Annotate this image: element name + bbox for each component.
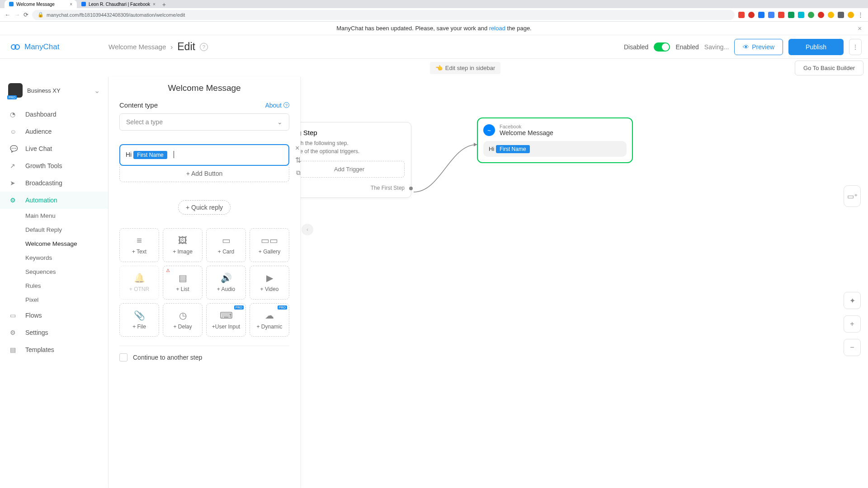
bubble-text: Hi xyxy=(489,145,496,152)
brand[interactable]: ManyChat xyxy=(0,42,108,52)
nav-settings[interactable]: ⚙Settings xyxy=(0,324,108,341)
variable-chip: First Name xyxy=(496,145,530,153)
extension-icon[interactable] xyxy=(818,12,824,18)
subnav-sequences[interactable]: Sequences xyxy=(25,265,108,279)
warning-icon: ⚠ xyxy=(166,268,170,273)
nav-label: Settings xyxy=(25,329,48,336)
publish-button[interactable]: Publish xyxy=(788,39,844,55)
message-text-input[interactable]: Hi First Name xyxy=(119,144,289,166)
add-button-button[interactable]: + Add Button ⧉ xyxy=(119,165,289,182)
tab-title: Welcome Message xyxy=(16,2,55,7)
extension-icon[interactable] xyxy=(758,12,764,18)
subnav-pixel[interactable]: Pixel xyxy=(25,293,108,307)
close-icon[interactable]: × xyxy=(858,24,862,32)
account-switcher[interactable]: Business XY ⌄ xyxy=(0,80,108,106)
content-type-select[interactable]: Select a type ⌄ xyxy=(119,113,289,131)
address-bar[interactable]: 🔒 manychat.com/fb181039443240830­9/autom… xyxy=(32,10,735,20)
favicon xyxy=(9,2,14,6)
chevron-down-icon: ⌄ xyxy=(94,86,100,95)
subnav-welcome-message[interactable]: Welcome Message xyxy=(25,237,108,251)
add-userinput-block[interactable]: PRO⌨+User Input xyxy=(206,303,246,337)
extension-icon[interactable] xyxy=(778,12,784,18)
welcome-message-node[interactable]: ~ Facebook Welcome Message Hi First Name xyxy=(477,117,633,163)
add-delay-block[interactable]: ◷+ Delay xyxy=(163,303,203,337)
continue-checkbox-row[interactable]: Continue to another step xyxy=(119,353,289,361)
add-gallery-block[interactable]: ▭▭+ Gallery xyxy=(250,228,289,262)
back-icon[interactable]: ← xyxy=(5,11,10,18)
canvas-tools: ▭⁺ ✦ + − xyxy=(844,185,861,356)
reload-link[interactable]: reload xyxy=(489,25,505,32)
extension-icon[interactable] xyxy=(788,12,794,18)
duplicate-icon[interactable]: ⧉ xyxy=(296,169,301,177)
add-step-button[interactable]: ▭⁺ xyxy=(844,185,861,207)
node-subtitle: Facebook xyxy=(500,124,553,129)
nav-templates[interactable]: ▤Templates xyxy=(0,341,108,358)
extension-icon[interactable] xyxy=(768,12,774,18)
variable-chip[interactable]: First Name xyxy=(133,151,167,159)
nav-broadcasting[interactable]: ➤Broadcasting xyxy=(0,174,108,192)
nav-livechat[interactable]: 💬Live Chat xyxy=(0,140,108,157)
add-image-block[interactable]: 🖼+ Image xyxy=(163,228,203,262)
add-audio-block[interactable]: 🔊+ Audio xyxy=(206,266,246,300)
brand-name: ManyChat xyxy=(24,42,59,52)
add-list-block[interactable]: ⚠▤+ List xyxy=(163,266,203,300)
magic-tool-button[interactable]: ✦ xyxy=(844,292,861,309)
add-file-block[interactable]: 📎+ File xyxy=(119,303,159,337)
breadcrumb-parent[interactable]: Welcome Message xyxy=(108,43,166,51)
nav-audience[interactable]: ☺Audience xyxy=(0,123,108,140)
extension-icon[interactable] xyxy=(738,12,745,18)
go-basic-builder-button[interactable]: Go To Basic Builder xyxy=(795,61,863,75)
extension-icon[interactable] xyxy=(828,12,834,18)
block-label: +User Input xyxy=(212,324,240,330)
preview-button[interactable]: 👁 Preview xyxy=(734,39,783,55)
add-dynamic-block[interactable]: PRO☁+ Dynamic xyxy=(250,303,289,337)
nav-automation[interactable]: ⚙Automation xyxy=(0,192,108,209)
button-label: Publish xyxy=(806,43,826,51)
reload-icon[interactable]: ⟳ xyxy=(24,11,28,18)
extension-icon[interactable] xyxy=(798,12,804,18)
about-link[interactable]: About? xyxy=(265,102,289,109)
quick-reply-button[interactable]: + Quick reply xyxy=(178,200,231,215)
more-button[interactable]: ⋮ xyxy=(849,39,862,55)
browser-tab-inactive[interactable]: Leon R. Chaudhari | Facebook × xyxy=(77,0,160,8)
extension-icon[interactable] xyxy=(838,12,844,18)
add-video-block[interactable]: ▶+ Video xyxy=(250,266,289,300)
forward-icon[interactable]: → xyxy=(14,11,20,18)
zoom-in-button[interactable]: + xyxy=(844,315,861,333)
subnav-keywords[interactable]: Keywords xyxy=(25,251,108,265)
subnav-default-reply[interactable]: Default Reply xyxy=(25,223,108,237)
checkbox[interactable] xyxy=(119,353,127,361)
tab-close-icon[interactable]: × xyxy=(153,2,156,7)
block-label: + Dynamic xyxy=(256,324,282,330)
extension-icon[interactable] xyxy=(748,12,755,18)
starting-step-node[interactable]: ng Step with the following step.one of t… xyxy=(287,122,411,198)
move-icon[interactable]: ⇅ xyxy=(295,156,301,164)
delete-icon[interactable]: × xyxy=(295,144,301,152)
edit-step-chip[interactable]: 👈 Edit step in sidebar xyxy=(430,62,501,74)
add-trigger-button[interactable]: Add Trigger xyxy=(294,161,405,178)
nav-flows[interactable]: ▭Flows xyxy=(0,307,108,324)
tab-close-icon[interactable]: × xyxy=(70,2,72,7)
chevron-down-icon: ⌄ xyxy=(277,118,283,126)
nav-label: Growth Tools xyxy=(25,162,62,169)
collapse-handle[interactable]: ‹ xyxy=(302,224,313,235)
browser-tab-active[interactable]: Welcome Message × xyxy=(5,0,77,8)
flow-canvas[interactable]: ‹ ng Step with the following step.one of… xyxy=(301,77,868,488)
help-icon[interactable]: ? xyxy=(200,43,208,51)
block-label: + Gallery xyxy=(259,249,280,255)
subnav-main-menu[interactable]: Main Menu xyxy=(25,209,108,223)
add-card-block[interactable]: ▭+ Card xyxy=(206,228,246,262)
subnav-rules[interactable]: Rules xyxy=(25,279,108,293)
nav-growth[interactable]: ↗Growth Tools xyxy=(0,157,108,174)
new-tab-button[interactable]: + xyxy=(160,1,168,8)
add-text-block[interactable]: ≡+ Text xyxy=(119,228,159,262)
zoom-out-button[interactable]: − xyxy=(844,339,861,356)
audio-icon: 🔊 xyxy=(221,272,232,283)
enable-toggle[interactable] xyxy=(654,42,670,52)
gallery-icon: ▭▭ xyxy=(261,235,278,246)
nav-dashboard[interactable]: ◔Dashboard xyxy=(0,106,108,123)
avatar-icon[interactable] xyxy=(848,12,854,18)
block-label: + List xyxy=(176,286,189,292)
menu-icon[interactable]: ⋮ xyxy=(858,11,863,18)
extension-icon[interactable] xyxy=(808,12,814,18)
